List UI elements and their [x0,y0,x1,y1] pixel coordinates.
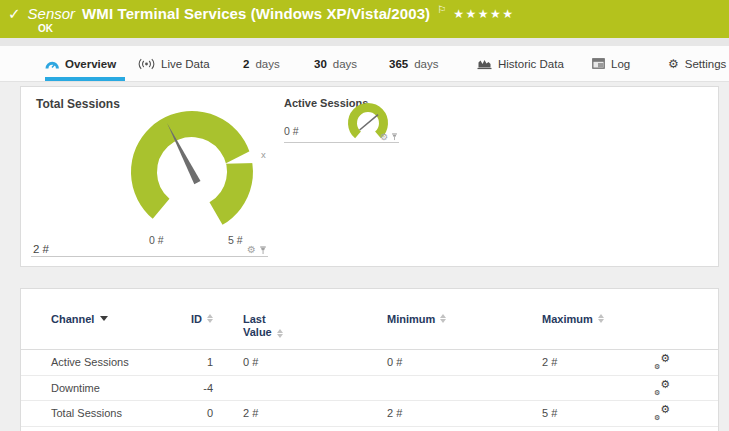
header-tab-divider [0,38,729,46]
column-header-maximum[interactable]: Maximum [504,289,654,349]
tab-365-days-unit: days [414,58,438,70]
tab-historic-data-label: Historic Data [498,58,564,70]
cell-maximum [504,375,654,401]
total-sessions-min-label: 0 # [149,234,164,246]
gauge-gear-icon[interactable]: ⚙ [247,245,256,255]
sort-carets-icon [207,314,213,323]
sort-carets-icon [598,314,604,323]
sensor-status-badge: OK [38,23,53,34]
total-sessions-gauge [117,97,267,249]
channel-settings-icon[interactable]: ⚙⚙ [654,381,670,396]
sort-carets-icon [440,314,446,323]
cell-last-value: 2 # [213,400,349,426]
cell-channel: Total Sessions [51,400,191,426]
settings-gear-icon: ⚙ [668,57,679,71]
table-row: Downtime -4 ⚙⚙ [51,375,718,401]
column-header-actions [654,289,718,349]
status-ok-check-icon: ✓ [8,5,21,23]
cell-id: 0 [191,400,213,426]
total-sessions-baseline [31,256,268,257]
tab-2-days-unit: days [255,58,279,70]
tab-365-days[interactable]: 365 days [389,46,438,81]
historic-data-icon [477,58,492,70]
active-sessions-current-value: 0 # [284,125,299,137]
tab-30-days-number: 30 [314,58,327,70]
channel-settings-icon[interactable]: ⚙⚙ [654,355,670,370]
flag-icon: ⚐ [437,4,446,15]
tab-overview[interactable]: Overview [45,46,116,81]
tab-30-days[interactable]: 30 days [314,46,357,81]
cell-last-value [213,375,349,401]
sort-carets-icon [277,329,283,338]
cell-channel: Active Sessions [51,349,191,375]
cell-minimum: 0 # [349,349,504,375]
cell-maximum: 2 # [504,349,654,375]
tab-log-label: Log [611,58,630,70]
tab-30-days-unit: days [333,58,357,70]
total-sessions-current-value: 2 # [33,243,49,255]
active-tab-underline [45,77,125,81]
gauge-pin-icon[interactable] [259,246,267,255]
channel-settings-icon[interactable]: ⚙⚙ [654,406,670,421]
gauge-scale-marker: x [261,149,266,160]
table-row: Active Sessions 1 0 # 0 # 2 # ⚙⚙ [51,349,718,375]
cell-minimum: 2 # [349,400,504,426]
cell-channel: Downtime [51,375,191,401]
cell-last-value: 0 # [213,349,349,375]
column-header-maximum-label: Maximum [542,313,593,325]
column-header-minimum[interactable]: Minimum [349,289,504,349]
priority-stars[interactable]: ★★★★★ [453,7,514,21]
channels-table-panel: Channel ID Last Value Minimum Maximum Ac… [20,288,719,431]
sensor-header-row: ✓ Sensor WMI Terminal Services (Windows … [8,5,514,23]
active-sessions-baseline [284,142,399,143]
tab-log[interactable]: Log [592,46,630,81]
tab-historic-data[interactable]: Historic Data [477,46,564,81]
gauge-pin-icon[interactable] [391,133,398,141]
total-sessions-gauge-tools: ⚙ [247,245,267,255]
total-sessions-gauge-title: Total Sessions [36,97,120,111]
tab-settings[interactable]: ⚙ Settings [668,46,726,81]
column-header-last-value[interactable]: Last Value [213,289,349,349]
sensor-header-bar: ✓ Sensor WMI Terminal Services (Windows … [0,0,729,39]
gauges-panel: Total Sessions x 0 # 5 # 2 # ⚙ Active Se… [20,86,719,267]
column-header-channel-label: Channel [51,313,94,325]
cell-minimum [349,375,504,401]
column-header-id[interactable]: ID [191,289,213,349]
tab-overview-label: Overview [65,58,116,70]
column-header-minimum-label: Minimum [387,313,435,325]
total-sessions-max-label: 5 # [228,234,243,246]
tab-live-data[interactable]: Live Data [138,46,210,81]
tab-365-days-number: 365 [389,58,408,70]
active-sessions-gauge-tools: ⚙ [380,132,398,142]
column-header-id-label: ID [191,313,202,325]
tab-settings-label: Settings [685,58,727,70]
gauge-gear-icon[interactable]: ⚙ [380,132,388,142]
column-header-last-label: Last [243,313,266,326]
tab-2-days[interactable]: 2 days [243,46,280,81]
channels-table-header: Channel ID Last Value Minimum Maximum [51,289,718,349]
table-row: Total Sessions 0 2 # 2 # 5 # ⚙⚙ [51,400,718,426]
cell-maximum: 5 # [504,400,654,426]
gauge-icon [45,58,59,70]
row-separator [21,426,718,427]
sensor-kicker: Sensor [28,5,76,22]
sort-desc-icon [100,316,108,321]
log-icon [592,58,605,69]
cell-id: -4 [191,375,213,401]
cell-id: 1 [191,349,213,375]
live-data-icon [138,58,155,70]
column-header-value-label: Value [243,326,272,339]
tab-live-data-label: Live Data [161,58,210,70]
tab-2-days-number: 2 [243,58,249,70]
column-header-channel[interactable]: Channel [51,289,191,349]
sensor-title: WMI Terminal Services (Windows XP/Vista/… [82,5,430,22]
